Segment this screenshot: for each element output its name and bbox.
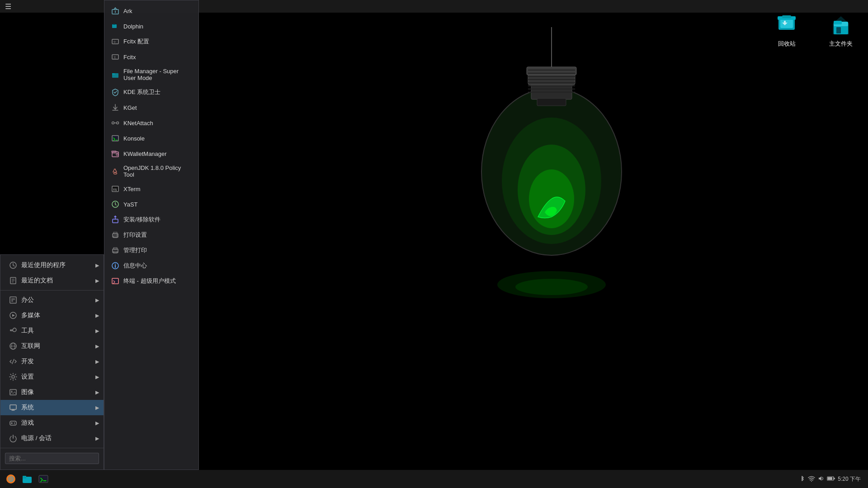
desktop-icon-recycle-bin[interactable]: 回收站 [769,14,805,48]
taskbar-file-manager[interactable] [20,472,34,486]
ark-label: Ark [123,8,132,14]
svg-point-18 [515,279,588,295]
svg-rect-95 [39,475,48,483]
svg-point-82 [117,235,118,235]
home-folder-label: 主文件夹 [829,40,853,48]
svg-point-51 [14,422,15,423]
kwallet-icon [111,149,120,158]
internet-arrow: ▶ [95,343,99,349]
recycle-bin-icon [775,14,798,37]
fcitx-config-icon: 中 [111,37,120,46]
svg-point-65 [112,122,114,124]
desktop-icon-home-folder[interactable]: 主文件夹 [823,14,859,48]
network-icon [808,475,815,483]
svg-rect-94 [23,476,26,478]
kget-label: KGet [123,104,137,111]
konsole-icon [111,134,120,143]
submenu-knetattach[interactable]: KNetAttach [104,115,198,131]
start-menu-item-graphics[interactable]: 图像 ▶ [0,385,104,400]
hamburger-icon: ☰ [5,2,11,11]
submenu-ark[interactable]: Ark [104,3,198,19]
install-remove-icon [111,215,120,224]
home-folder-icon [829,14,853,37]
svg-rect-22 [782,15,791,18]
svg-text:中: 中 [113,41,116,43]
svg-point-71 [116,154,118,155]
start-menu-item-develop[interactable]: 开发 ▶ [0,354,104,369]
submenu-print-settings[interactable]: 打印设置 [104,227,198,243]
start-menu-item-settings[interactable]: 设置 ▶ [0,369,104,385]
recent-docs-icon [9,276,18,285]
taskbar-terminal[interactable] [36,472,51,486]
svg-rect-101 [834,478,835,479]
svg-line-41 [12,359,14,364]
recent-docs-label: 最近的文档 [21,277,53,285]
system-tray: 5:20 下午 [799,475,864,483]
svg-rect-43 [10,389,16,395]
start-menu-item-system[interactable]: 系统 ▶ [0,400,104,415]
svg-rect-16 [537,99,566,106]
settings-icon [9,372,18,381]
search-area [0,450,104,467]
submenu-konsole[interactable]: Konsole [104,131,198,146]
dolphin-icon [111,22,120,31]
submenu-terminal-super[interactable]: 终端 - 超级用户模式 [104,273,198,289]
svg-rect-45 [10,405,16,409]
multimedia-icon [9,311,18,320]
kde-system-guard-label: KDE 系统卫士 [123,88,160,96]
start-menu-item-recent-apps[interactable]: 最近使用的程序 ▶ [0,258,104,273]
submenu-xterm[interactable]: X$ XTerm [104,181,198,197]
submenu-dolphin[interactable]: Dolphin [104,19,198,34]
svg-rect-89 [112,278,118,284]
settings-label: 设置 [21,373,34,381]
recent-apps-label: 最近使用的程序 [21,261,66,269]
start-menu-item-internet[interactable]: 互联网 ▶ [0,338,104,354]
submenu-kwallet[interactable]: KWalletManager [104,146,198,161]
submenu-openjdk[interactable]: OpenJDK 1.8.0 Policy Tool [104,161,198,181]
start-menu-item-recent-docs[interactable]: 最近的文档 ▶ [0,273,104,288]
svg-rect-100 [828,477,832,480]
internet-label: 互联网 [21,342,40,350]
kwallet-label: KWalletManager [123,150,167,157]
start-menu-item-tools[interactable]: 工具 ▶ [0,323,104,338]
xterm-label: XTerm [123,186,141,192]
start-menu-item-power[interactable]: 电源 / 会话 ▶ [0,431,104,446]
top-menu-button[interactable]: ☰ [0,0,16,13]
start-menu: 最近使用的程序 ▶ 最近的文档 ▶ 办公 ▶ 多媒体 ▶ 工具 ▶ 互联网 [0,254,104,470]
clock-display: 5:20 下午 [838,475,861,483]
svg-text:文: 文 [113,56,116,59]
submenu-fcitx-config[interactable]: 中 Fcitx 配置 [104,34,198,49]
svg-rect-6 [527,67,576,75]
svg-rect-34 [13,298,15,300]
submenu-install-remove[interactable]: 安装/移除软件 [104,212,198,227]
submenu-kget[interactable]: KGet [104,100,198,115]
graphics-arrow: ▶ [95,389,99,395]
start-menu-item-multimedia[interactable]: 多媒体 ▶ [0,308,104,323]
fcitx-label: Fcitx [123,54,136,61]
start-menu-item-games[interactable]: 游戏 ▶ [0,415,104,431]
print-settings-icon [111,230,120,239]
internet-icon [9,342,18,351]
submenu-file-manager-super[interactable]: File Manager - Super User Mode [104,65,198,84]
search-input[interactable] [5,453,99,464]
submenu-kde-system-guard[interactable]: KDE 系统卫士 [104,84,198,100]
games-icon [9,418,18,427]
develop-label: 开发 [21,357,34,366]
start-menu-item-office[interactable]: 办公 ▶ [0,292,104,308]
desktop-icons: 回收站 主文件夹 [769,14,859,48]
submenu-fcitx[interactable]: 文 Fcitx [104,49,198,65]
taskbar-bottom: 5:20 下午 [0,470,868,488]
submenu-yast[interactable]: YaST [104,197,198,212]
ark-icon [111,6,120,15]
taskbar-firefox[interactable] [4,472,18,486]
svg-rect-33 [11,298,13,300]
fcitx-icon: 文 [111,52,120,61]
svg-text:X$: X$ [113,188,117,192]
submenu-info-center[interactable]: 信息中心 [104,258,198,273]
multimedia-arrow: ▶ [95,313,99,319]
bluetooth-icon [799,475,805,483]
svg-point-66 [117,122,119,124]
xterm-icon: X$ [111,184,120,193]
svg-rect-57 [113,24,115,25]
submenu-manage-print[interactable]: 管理打印 [104,243,198,258]
